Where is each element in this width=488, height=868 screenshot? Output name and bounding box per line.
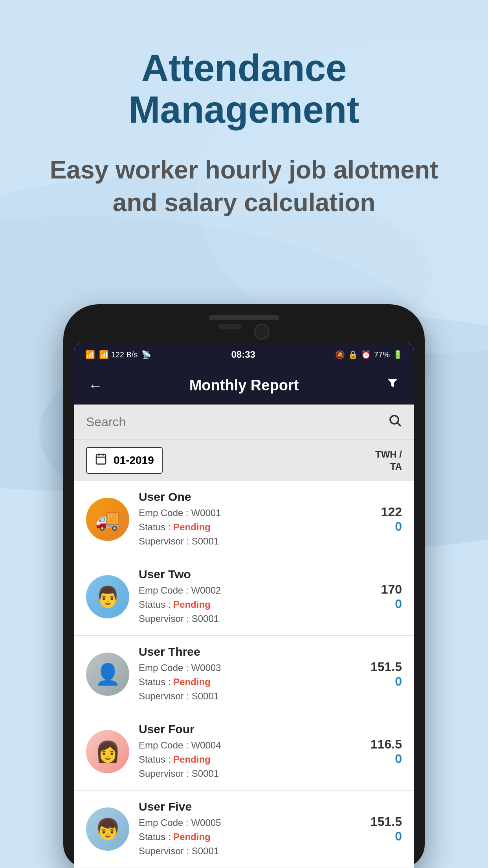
- employee-hours: 116.5 0: [371, 737, 402, 766]
- employee-name: User Two: [139, 568, 372, 581]
- employee-hours: 151.5 0: [371, 660, 402, 689]
- hours-sub: 0: [381, 597, 402, 611]
- employee-hours: 170 0: [381, 582, 402, 611]
- employee-info: User Two Emp Code : W0002 Status : Pendi…: [139, 568, 372, 626]
- employee-item[interactable]: 👤 User Three Emp Code : W0003 Status : P…: [74, 636, 414, 713]
- hours-main: 151.5: [371, 815, 402, 829]
- hours-sub: 0: [381, 519, 402, 534]
- column-header: TWH / TA: [375, 448, 402, 473]
- employee-avatar: 👩: [86, 730, 129, 773]
- back-button[interactable]: ←: [88, 377, 103, 394]
- phone-notch-bar: [74, 315, 414, 320]
- employee-name: User Three: [139, 645, 361, 658]
- employee-avatar: 👦: [86, 807, 129, 851]
- employee-list: 🚚 User One Emp Code : W0001 Status : Pen…: [74, 481, 414, 868]
- employee-item[interactable]: 👨 User Two Emp Code : W0002 Status : Pen…: [74, 558, 414, 636]
- hours-main: 170: [381, 582, 402, 597]
- employee-detail: Emp Code : W0001 Status : Pending Superv…: [139, 506, 372, 548]
- notification-icon: 🔕: [335, 350, 345, 359]
- employee-item[interactable]: 🚚 User One Emp Code : W0001 Status : Pen…: [74, 481, 414, 558]
- app-subtitle: Easy worker hourly job alotment and sala…: [31, 154, 457, 219]
- date-picker[interactable]: 01-2019: [86, 447, 163, 474]
- employee-avatar: 👤: [86, 653, 129, 696]
- employee-item[interactable]: 👦 User Five Emp Code : W0005 Status : Pe…: [74, 791, 414, 868]
- employee-info: User Three Emp Code : W0003 Status : Pen…: [139, 645, 361, 703]
- phone-notch-area: [74, 324, 414, 340]
- employee-detail: Emp Code : W0005 Status : Pending Superv…: [139, 816, 361, 858]
- employee-hours: 122 0: [381, 505, 402, 534]
- employee-info: User One Emp Code : W0001 Status : Pendi…: [139, 490, 372, 548]
- hours-main: 151.5: [371, 660, 402, 674]
- status-pending: Pending: [173, 831, 211, 842]
- search-input[interactable]: [86, 415, 382, 429]
- date-value: 01-2019: [114, 454, 154, 467]
- hours-sub: 0: [371, 674, 402, 689]
- phone-mockup: 📶 📶 122 B/s 📡 08:33 🔕 🔒 ⏰ 77% 🔋 ← Monthl…: [63, 304, 425, 868]
- phone-screen: 📶 📶 122 B/s 📡 08:33 🔕 🔒 ⏰ 77% 🔋 ← Monthl…: [74, 343, 414, 868]
- employee-detail: Emp Code : W0003 Status : Pending Superv…: [139, 661, 361, 703]
- calendar-icon: [95, 452, 107, 468]
- battery-icon: 🔋: [393, 350, 403, 359]
- employee-hours: 151.5 0: [371, 815, 402, 844]
- signal-text: 📶 122 B/s: [99, 350, 138, 359]
- status-left: 📶 📶 122 B/s 📡: [85, 350, 151, 359]
- employee-name: User Four: [139, 723, 361, 736]
- status-pending: Pending: [173, 522, 211, 532]
- employee-name: User One: [139, 490, 372, 504]
- search-icon[interactable]: [388, 413, 402, 431]
- employee-detail: Emp Code : W0002 Status : Pending Superv…: [139, 583, 372, 626]
- alarm-icon: ⏰: [361, 350, 371, 359]
- svg-point-5: [390, 416, 398, 424]
- filter-button[interactable]: [385, 377, 400, 394]
- status-pending: Pending: [173, 599, 211, 610]
- employee-avatar: 🚚: [86, 498, 129, 541]
- phone-camera: [254, 324, 270, 340]
- status-pending: Pending: [173, 677, 211, 687]
- status-time: 08:33: [231, 349, 255, 360]
- app-header: ← Monthly Report: [74, 366, 414, 405]
- app-title: Attendance Management: [31, 47, 457, 130]
- signal-icon: 📶: [85, 350, 95, 359]
- lock-icon: 🔒: [348, 350, 358, 359]
- filter-row: 01-2019 TWH / TA: [74, 440, 414, 481]
- status-pending: Pending: [173, 754, 211, 765]
- search-bar: [74, 405, 414, 440]
- employee-avatar: 👨: [86, 575, 129, 618]
- hours-sub: 0: [371, 829, 402, 844]
- screen-title: Monthly Report: [189, 377, 299, 394]
- hours-sub: 0: [371, 752, 402, 766]
- employee-info: User Four Emp Code : W0004 Status : Pend…: [139, 723, 361, 781]
- svg-line-6: [398, 423, 401, 426]
- svg-rect-7: [96, 454, 106, 464]
- phone-bar: [209, 315, 279, 320]
- employee-info: User Five Emp Code : W0005 Status : Pend…: [139, 800, 361, 858]
- employee-name: User Five: [139, 800, 361, 813]
- status-right: 🔕 🔒 ⏰ 77% 🔋: [335, 350, 403, 359]
- battery-text: 77%: [374, 350, 390, 359]
- employee-item[interactable]: 👩 User Four Emp Code : W0004 Status : Pe…: [74, 713, 414, 791]
- employee-detail: Emp Code : W0004 Status : Pending Superv…: [139, 738, 361, 781]
- wifi-icon: 📡: [141, 350, 151, 359]
- status-bar: 📶 📶 122 B/s 📡 08:33 🔕 🔒 ⏰ 77% 🔋: [74, 343, 414, 366]
- hours-main: 116.5: [371, 737, 402, 752]
- hours-main: 122: [381, 505, 402, 519]
- phone-speaker: [218, 324, 242, 329]
